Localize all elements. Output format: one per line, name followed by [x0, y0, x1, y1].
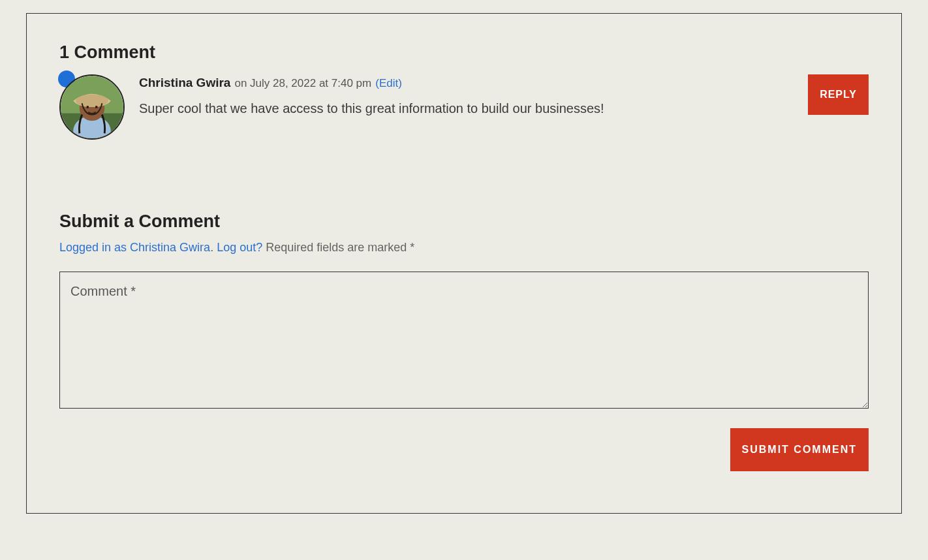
required-note: Required fields are marked *	[262, 241, 414, 254]
logged-in-line: Logged in as Christina Gwira. Log out? R…	[59, 241, 869, 255]
avatar[interactable]	[59, 74, 125, 140]
submit-section: Submit a Comment Logged in as Christina …	[59, 211, 869, 471]
logged-in-name: Christina Gwira	[130, 241, 210, 254]
reply-button[interactable]: REPLY	[808, 74, 869, 115]
svg-point-7	[95, 106, 98, 108]
logout-link[interactable]: Log out?	[217, 241, 262, 254]
comment-timestamp: on July 28, 2022 at 7:40 pm	[234, 77, 371, 90]
comment-row: Christina Gwira on July 28, 2022 at 7:40…	[59, 74, 869, 140]
avatar-icon	[61, 76, 123, 138]
svg-point-5	[76, 95, 108, 107]
logged-in-prefix: Logged in as	[59, 241, 130, 254]
svg-point-6	[86, 106, 89, 108]
comment-author: Christina Gwira	[139, 76, 230, 90]
comment-header: Christina Gwira on July 28, 2022 at 7:40…	[139, 76, 794, 90]
edit-comment-link[interactable]: (Edit)	[375, 77, 402, 90]
avatar-wrap	[59, 74, 125, 140]
period: .	[210, 241, 217, 254]
comments-heading: 1 Comment	[59, 42, 869, 63]
comment-body: Super cool that we have access to this g…	[139, 99, 794, 118]
comments-panel: 1 Comment	[26, 13, 902, 514]
comment-main: Christina Gwira on July 28, 2022 at 7:40…	[139, 74, 794, 118]
comment-input[interactable]	[59, 272, 869, 409]
logged-in-as-link[interactable]: Logged in as Christina Gwira	[59, 241, 210, 254]
page-wrapper: 1 Comment	[0, 0, 928, 527]
submit-comment-button[interactable]: SUBMIT COMMENT	[730, 428, 869, 471]
submit-heading: Submit a Comment	[59, 211, 869, 232]
submit-row: SUBMIT COMMENT	[59, 428, 869, 471]
